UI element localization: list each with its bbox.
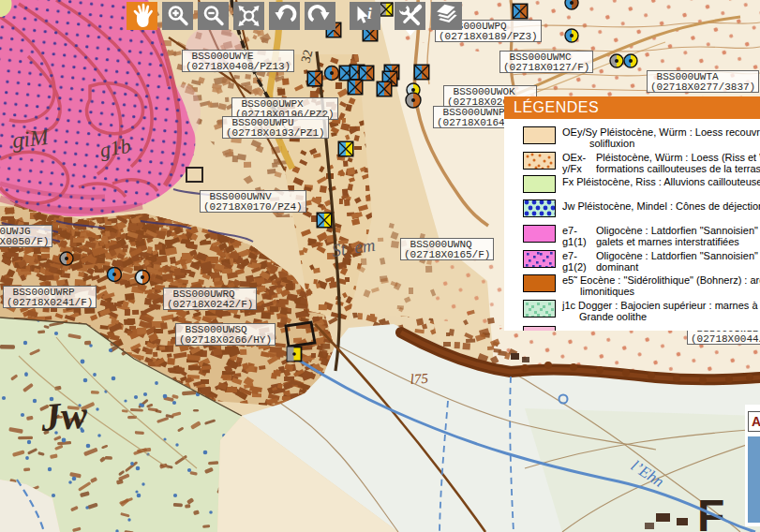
svg-text:F: F [697, 491, 724, 532]
svg-text:l75: l75 [410, 371, 429, 387]
svg-text:i: i [367, 5, 372, 22]
svg-text:Jw: Jw [38, 393, 89, 439]
svg-text:giM: giM [11, 125, 52, 153]
